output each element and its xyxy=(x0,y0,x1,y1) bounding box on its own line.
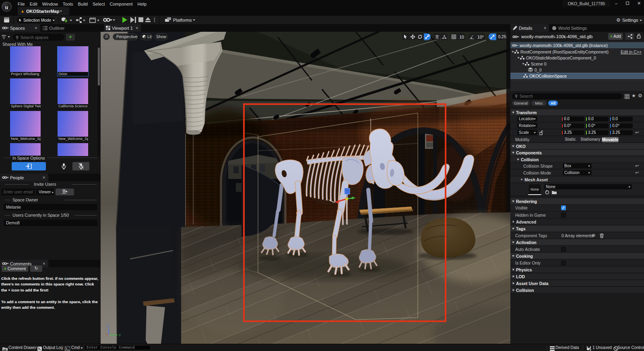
svg-text:Z: Z xyxy=(107,324,109,328)
svg-text:Y: Y xyxy=(119,334,121,338)
svg-text:*: * xyxy=(105,334,108,338)
